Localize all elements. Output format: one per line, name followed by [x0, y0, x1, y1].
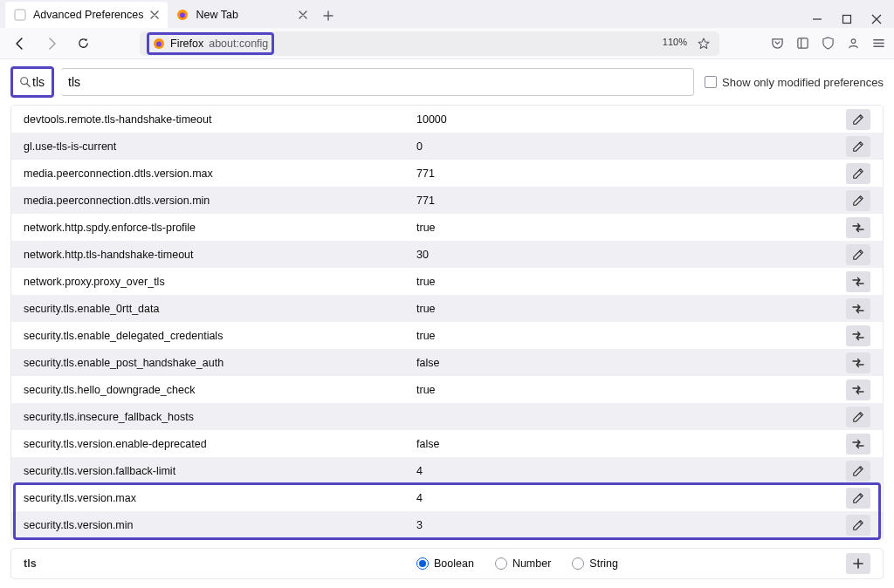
pref-row: security.tls.version.enable-deprecatedfa…	[11, 430, 883, 457]
add-button[interactable]	[846, 553, 870, 574]
pref-name: network.http.spdy.enforce-tls-profile	[24, 222, 416, 234]
side-panel-icon[interactable]	[796, 37, 809, 50]
account-icon[interactable]	[847, 37, 860, 50]
page-content: tls Show only modified preferences devto…	[0, 59, 894, 579]
checkbox-icon[interactable]	[705, 76, 717, 88]
pref-row: network.proxy.proxy_over_tlstrue	[11, 268, 883, 295]
pref-value: 10000	[416, 113, 846, 126]
pref-name: gl.use-tls-is-current	[24, 140, 416, 153]
pref-row: security.tls.enable_delegated_credential…	[11, 322, 883, 349]
toggle-button[interactable]	[846, 434, 870, 455]
tab-title: New Tab	[196, 9, 237, 21]
pref-name: devtools.remote.tls-handshake-timeout	[24, 113, 416, 126]
radio-label: Number	[512, 557, 551, 570]
pref-value: true	[416, 303, 846, 315]
pref-row: network.http.tls-handshake-timeout30	[11, 241, 883, 268]
pocket-icon[interactable]	[771, 37, 784, 50]
toggle-button[interactable]	[846, 271, 870, 292]
toggle-button[interactable]	[846, 379, 870, 400]
edit-button[interactable]	[846, 244, 870, 265]
radio-icon	[416, 557, 429, 570]
toggle-button[interactable]	[846, 298, 870, 319]
edit-button[interactable]	[846, 488, 870, 509]
pref-name: security.tls.hello_downgrade_check	[24, 384, 416, 396]
identity-label: Firefox	[170, 38, 203, 50]
close-icon[interactable]	[150, 10, 159, 19]
search-highlight: tls	[10, 66, 54, 98]
type-radio-boolean[interactable]: Boolean	[416, 557, 474, 570]
pref-value: 3	[416, 519, 846, 531]
pref-name: media.peerconnection.dtls.version.max	[24, 168, 416, 180]
radio-icon	[495, 557, 507, 570]
svg-rect-6	[798, 38, 808, 48]
pref-row: security.tls.version.max4	[11, 484, 883, 511]
pref-value: true	[416, 384, 846, 396]
window-close-icon[interactable]	[871, 14, 882, 24]
radio-label: Boolean	[434, 557, 474, 570]
tab-strip: Advanced Preferences New Tab	[0, 0, 894, 28]
url-path: about:config	[209, 38, 268, 50]
pref-value: 30	[416, 249, 846, 261]
forward-button[interactable]	[40, 32, 63, 55]
edit-button[interactable]	[846, 136, 870, 157]
pref-value: 0	[416, 140, 846, 153]
toolbar-right-icons	[771, 37, 885, 50]
edit-button[interactable]	[846, 461, 870, 482]
toggle-button[interactable]	[846, 217, 870, 238]
favicon-generic-icon	[14, 9, 26, 21]
toggle-button[interactable]	[846, 352, 870, 373]
toolbar: Firefox about:config 110%	[0, 28, 894, 59]
edit-button[interactable]	[846, 109, 870, 130]
toggle-button[interactable]	[846, 325, 870, 346]
pref-value: true	[416, 276, 846, 288]
pref-row: media.peerconnection.dtls.version.max771	[11, 160, 883, 187]
identity-highlight: Firefox about:config	[147, 32, 274, 55]
window-minimize-icon[interactable]	[812, 14, 822, 24]
pref-value: 4	[416, 492, 846, 504]
shield-icon[interactable]	[822, 37, 835, 50]
checkbox-label: Show only modified preferences	[722, 76, 884, 89]
zoom-level-chip[interactable]: 110%	[658, 35, 691, 49]
add-pref-name: tls	[24, 557, 416, 570]
pref-name: security.tls.enable_post_handshake_auth	[24, 357, 416, 369]
back-button[interactable]	[9, 32, 31, 55]
pref-name: security.tls.insecure_fallback_hosts	[24, 411, 416, 423]
pref-value: true	[416, 222, 846, 234]
pref-row: devtools.remote.tls-handshake-timeout100…	[11, 106, 883, 133]
tab-advanced-preferences[interactable]: Advanced Preferences	[5, 2, 168, 28]
menu-icon[interactable]	[872, 37, 885, 50]
pref-row: gl.use-tls-is-current0	[11, 133, 883, 160]
search-icon	[13, 76, 32, 88]
window-controls	[812, 14, 894, 28]
new-tab-button[interactable]	[316, 3, 340, 28]
pref-row: media.peerconnection.dtls.version.min771	[11, 187, 883, 214]
svg-rect-3	[843, 16, 851, 24]
preferences-table: devtools.remote.tls-handshake-timeout100…	[10, 105, 884, 539]
search-input-full[interactable]	[61, 68, 694, 96]
search-input[interactable]	[68, 75, 686, 89]
edit-button[interactable]	[846, 407, 870, 427]
bookmark-star-icon[interactable]	[695, 35, 712, 52]
pref-value: 4	[416, 465, 846, 477]
edit-button[interactable]	[846, 163, 870, 184]
url-bar[interactable]: Firefox about:config 110%	[140, 31, 719, 56]
window-maximize-icon[interactable]	[842, 14, 852, 24]
tab-new-tab[interactable]: New Tab	[168, 2, 316, 28]
type-radio-string[interactable]: String	[572, 557, 618, 570]
pref-row: security.tls.enable_0rtt_datatrue	[11, 295, 883, 322]
search-input-display[interactable]: tls	[32, 75, 50, 89]
pref-name: security.tls.enable_0rtt_data	[24, 303, 416, 315]
pref-name: network.http.tls-handshake-timeout	[24, 249, 416, 261]
edit-button[interactable]	[846, 190, 870, 211]
type-radio-number[interactable]: Number	[495, 557, 551, 570]
reload-button[interactable]	[72, 32, 94, 55]
close-icon[interactable]	[299, 10, 307, 19]
add-preference-row: tls BooleanNumberString	[10, 548, 884, 579]
pref-row: security.tls.enable_post_handshake_authf…	[11, 349, 883, 376]
show-only-modified-checkbox[interactable]: Show only modified preferences	[705, 76, 884, 89]
svg-point-2	[180, 13, 185, 18]
svg-rect-0	[15, 10, 25, 20]
pref-name: network.proxy.proxy_over_tls	[24, 276, 416, 288]
pref-name: security.tls.version.fallback-limit	[24, 465, 416, 477]
edit-button[interactable]	[846, 515, 870, 536]
